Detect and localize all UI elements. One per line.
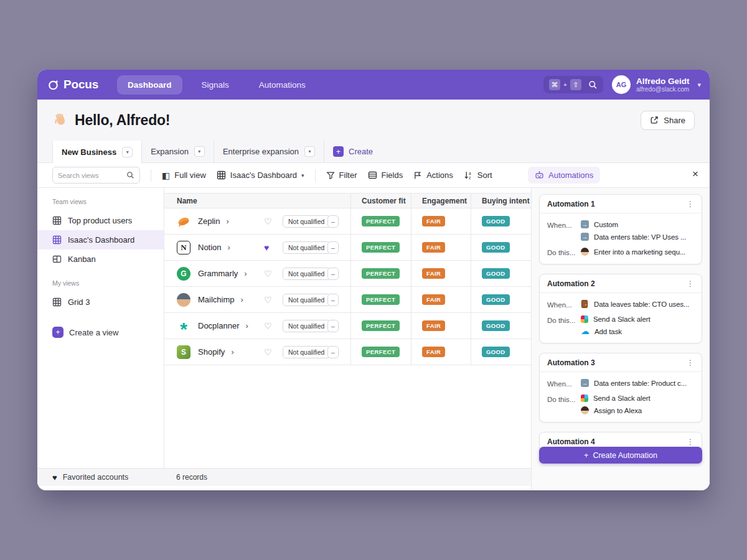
engagement-cell: FAIR	[411, 208, 471, 234]
company-name[interactable]: Notion	[198, 243, 222, 252]
more-pill[interactable]: –	[327, 268, 339, 280]
favorite-icon[interactable]: ♡	[264, 295, 272, 305]
view-tab[interactable]: Enterprise expansion▾	[214, 141, 324, 162]
favorited-accounts-button[interactable]: ♥ Favorited accounts	[37, 473, 164, 482]
fields-button[interactable]: Fields	[368, 170, 403, 180]
view-tab[interactable]: New Business▾	[52, 141, 142, 163]
chevron-down-icon[interactable]: ▾	[122, 147, 133, 157]
status-pill[interactable]: Not qualified	[283, 320, 330, 332]
view-toolbar: ◧ Full view Isaac's Dashboard ▾ Filter F…	[37, 163, 710, 188]
score-badge: GOOD	[482, 347, 510, 357]
column-header-buying-intent[interactable]: Buying intent	[471, 194, 530, 208]
automation-step[interactable]: Send a Slack alert	[581, 315, 651, 323]
create-tab-button[interactable]: +Create	[333, 141, 373, 162]
automation-step[interactable]: Assign to Alexa	[581, 406, 651, 414]
chevron-right-icon[interactable]: ›	[246, 321, 248, 330]
search-views-input[interactable]	[58, 172, 126, 179]
chevron-right-icon[interactable]: ›	[228, 243, 230, 252]
automation-card-body: When...→Data enters table: Product c...D…	[540, 372, 702, 422]
grid-icon	[52, 235, 62, 245]
sidebar-item-kanban[interactable]: Kanban	[37, 250, 164, 269]
arrow-right-icon: →	[581, 233, 589, 241]
company-name[interactable]: Grammarly	[198, 269, 238, 278]
chevron-down-icon[interactable]: ▾	[304, 146, 315, 157]
status-pill[interactable]: Not qualified	[283, 241, 330, 254]
nav-tab-dashboard[interactable]: Dashboard	[117, 75, 182, 95]
score-badge: PERFECT	[362, 347, 400, 357]
share-button[interactable]: Share	[641, 111, 695, 130]
more-pill[interactable]: –	[327, 241, 339, 254]
status-pill[interactable]: Not qualified	[283, 346, 330, 358]
automation-step[interactable]: →Custom	[581, 220, 686, 228]
company-name[interactable]: Docplanner	[198, 321, 240, 330]
shift-key-icon: ⇧	[570, 79, 581, 90]
customer-fit-cell: PERFECT	[350, 208, 411, 234]
status-pill[interactable]: Not qualified	[283, 268, 330, 280]
create-automation-button[interactable]: + Create Automation	[539, 447, 702, 464]
favorite-icon[interactable]: ♡	[264, 347, 272, 357]
column-header-engagement[interactable]: Engagement	[411, 194, 471, 208]
view-tabstrip: New Business▾Expansion▾Enterprise expans…	[37, 141, 710, 163]
chevron-right-icon[interactable]: ›	[241, 295, 243, 304]
automation-step[interactable]: →Data enters table: VP Uses ...	[581, 233, 686, 241]
full-view-button[interactable]: ◧ Full view	[162, 170, 206, 180]
sidebar-item-isaac-s-dashboard[interactable]: Isaac's Dashboard	[37, 230, 164, 250]
automation-step[interactable]: Enter into a marketing sequ...	[581, 248, 685, 256]
name-cell: NNotion›♥Not qualified–	[164, 235, 350, 260]
automation-step[interactable]: →Data enters table: Product c...	[581, 379, 687, 387]
filter-icon	[326, 171, 335, 180]
automation-step[interactable]: ☁Add task	[581, 327, 651, 335]
search-shortcut[interactable]: ⌘ + ⇧	[543, 76, 603, 93]
name-cell: *Docplanner›♡Not qualified–	[164, 313, 350, 338]
chevron-down-icon[interactable]: ▾	[697, 81, 701, 89]
search-icon[interactable]	[588, 80, 598, 90]
nav-tab-signals[interactable]: Signals	[191, 75, 240, 95]
engagement-cell: FAIR	[411, 261, 471, 286]
nav-tab-automations[interactable]: Automations	[248, 75, 316, 95]
column-header-name[interactable]: Name	[164, 194, 350, 208]
dashboard-selector[interactable]: Isaac's Dashboard ▾	[217, 170, 304, 180]
status-pill[interactable]: Not qualified	[283, 215, 330, 228]
kebab-menu-icon[interactable]: ⋮	[687, 279, 694, 288]
kebab-menu-icon[interactable]: ⋮	[687, 437, 694, 446]
sidebar-item-grid-3[interactable]: Grid 3	[37, 292, 164, 312]
company-name[interactable]: Zeplin	[198, 217, 220, 226]
favorite-icon[interactable]: ♡	[264, 217, 272, 226]
more-pill[interactable]: –	[327, 320, 339, 332]
filter-button[interactable]: Filter	[326, 170, 357, 180]
column-header-customer-fit[interactable]: Customer fit	[350, 194, 411, 208]
favorite-icon[interactable]: ♥	[264, 243, 269, 253]
top-navbar: Pocus DashboardSignalsAutomations ⌘ + ⇧ …	[37, 70, 710, 100]
more-pill[interactable]: –	[327, 215, 339, 228]
score-badge: GOOD	[482, 216, 510, 226]
close-icon[interactable]: ×	[692, 169, 698, 179]
create-view-button[interactable]: + Create a view	[37, 327, 164, 338]
automation-step[interactable]: Send a Slack alert	[581, 394, 651, 402]
avatar-icon	[581, 406, 589, 414]
engagement-cell: FAIR	[411, 287, 471, 312]
kebab-menu-icon[interactable]: ⋮	[687, 358, 694, 367]
company-name[interactable]: Shopify	[198, 347, 225, 357]
brand-logo[interactable]: Pocus	[47, 78, 98, 91]
status-pill[interactable]: Not qualified	[283, 294, 330, 306]
chevron-right-icon[interactable]: ›	[244, 269, 247, 278]
more-pill[interactable]: –	[327, 294, 339, 306]
automation-step[interactable]: Data leaves table: CTO uses...	[581, 300, 689, 308]
company-name[interactable]: Mailchimp	[198, 295, 235, 304]
chevron-down-icon[interactable]: ▾	[194, 146, 205, 157]
user-menu[interactable]: AG Alfredo Geidt alfredo@slack.com ▾	[612, 75, 701, 94]
kebab-menu-icon[interactable]: ⋮	[687, 200, 694, 208]
actions-button[interactable]: Actions	[413, 170, 453, 180]
view-tab[interactable]: Expansion▾	[142, 141, 214, 162]
share-icon	[650, 116, 659, 124]
search-views-box[interactable]	[52, 167, 140, 184]
sidebar-item-top-product-users[interactable]: Top product users	[37, 211, 164, 230]
chevron-right-icon[interactable]: ›	[226, 217, 228, 226]
favorite-icon[interactable]: ♡	[264, 321, 272, 331]
automations-toggle[interactable]: Automations	[528, 167, 600, 184]
favorite-icon[interactable]: ♡	[264, 269, 272, 279]
chevron-right-icon[interactable]: ›	[231, 347, 233, 357]
sort-button[interactable]: az Sort	[464, 170, 492, 180]
do-group: Do this...Enter into a marketing sequ...	[547, 248, 694, 256]
more-pill[interactable]: –	[327, 346, 339, 358]
